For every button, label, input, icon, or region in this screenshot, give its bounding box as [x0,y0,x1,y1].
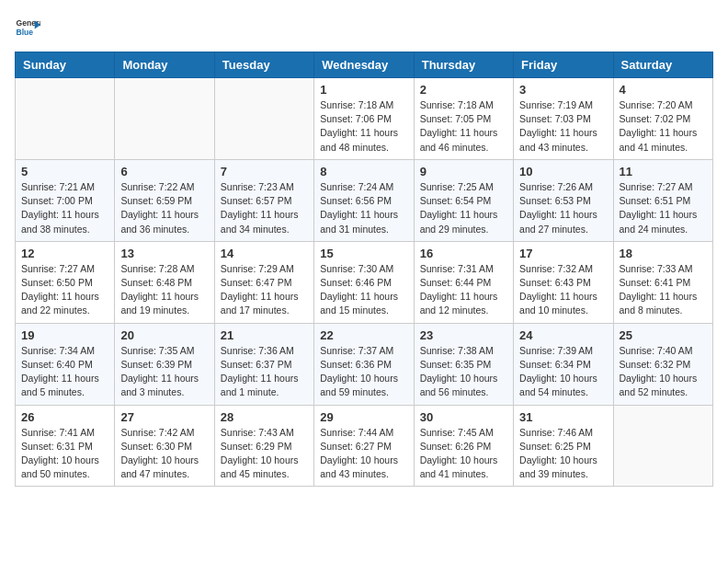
day-number: 30 [420,410,507,424]
calendar-cell: 1Sunrise: 7:18 AMSunset: 7:06 PMDaylight… [314,78,414,160]
calendar-cell: 9Sunrise: 7:25 AMSunset: 6:54 PMDaylight… [414,159,513,241]
day-number: 27 [120,410,208,424]
cell-text: Daylight: 11 hours [221,290,308,304]
weekday-header-monday: Monday [115,52,214,78]
cell-text: Sunrise: 7:42 AM [120,426,208,440]
calendar-cell: 22Sunrise: 7:37 AMSunset: 6:36 PMDayligh… [314,323,414,405]
cell-text: Sunrise: 7:32 AM [519,262,607,276]
cell-text: and 43 minutes. [519,141,607,155]
calendar-cell: 7Sunrise: 7:23 AMSunset: 6:57 PMDaylight… [214,159,313,241]
calendar-cell: 13Sunrise: 7:28 AMSunset: 6:48 PMDayligh… [115,241,214,323]
calendar-body: 1Sunrise: 7:18 AMSunset: 7:06 PMDaylight… [16,78,713,487]
page-header: General Blue [15,15,713,40]
calendar-cell [115,78,214,160]
cell-text: Sunrise: 7:35 AM [120,344,208,358]
calendar-cell: 18Sunrise: 7:33 AMSunset: 6:41 PMDayligh… [613,241,712,323]
calendar-cell: 24Sunrise: 7:39 AMSunset: 6:34 PMDayligh… [514,323,613,405]
cell-text: Sunrise: 7:37 AM [320,344,407,358]
cell-text: Daylight: 11 hours [320,126,407,140]
cell-text: Daylight: 11 hours [320,208,407,222]
day-number: 3 [519,83,607,97]
cell-text: Sunset: 6:46 PM [320,276,407,290]
cell-text: Daylight: 10 hours [519,454,607,467]
day-number: 23 [420,328,507,342]
cell-text: Sunset: 6:35 PM [420,358,507,372]
cell-text: Daylight: 11 hours [120,208,208,222]
cell-text: Sunset: 6:30 PM [120,440,208,454]
cell-text: Sunrise: 7:40 AM [620,344,707,358]
cell-text: Daylight: 11 hours [21,208,108,222]
cell-text: Daylight: 11 hours [120,372,208,385]
cell-text: Daylight: 11 hours [620,290,707,304]
svg-text:Blue: Blue [17,28,34,37]
cell-text: and 24 minutes. [620,223,707,236]
cell-text: Sunset: 6:54 PM [420,194,507,208]
cell-text: Sunrise: 7:46 AM [519,426,607,440]
cell-text: Daylight: 11 hours [320,290,407,304]
cell-text: Daylight: 11 hours [420,290,507,304]
cell-text: and 1 minute. [221,385,308,399]
cell-text: and 22 minutes. [21,304,108,317]
cell-text: and 3 minutes. [120,385,208,399]
calendar-cell: 16Sunrise: 7:31 AMSunset: 6:44 PMDayligh… [414,241,513,323]
cell-text: and 34 minutes. [221,223,308,236]
cell-text: Sunrise: 7:34 AM [21,344,108,358]
weekday-header-thursday: Thursday [414,52,513,78]
cell-text: and 59 minutes. [320,385,407,399]
cell-text: and 10 minutes. [519,304,607,317]
cell-text: Daylight: 10 hours [320,454,407,467]
cell-text: and 38 minutes. [21,223,108,236]
cell-text: Sunset: 6:31 PM [21,440,108,454]
cell-text: Sunset: 6:32 PM [620,358,707,372]
cell-text: Sunset: 6:57 PM [221,194,308,208]
day-number: 13 [120,247,208,260]
cell-text: and 41 minutes. [420,467,507,481]
cell-text: and 52 minutes. [620,385,707,399]
calendar-cell: 5Sunrise: 7:21 AMSunset: 7:00 PMDaylight… [16,159,115,241]
cell-text: Sunrise: 7:45 AM [420,426,507,440]
calendar-cell: 21Sunrise: 7:36 AMSunset: 6:37 PMDayligh… [214,323,313,405]
cell-text: Sunrise: 7:25 AM [420,180,507,194]
calendar-cell: 10Sunrise: 7:26 AMSunset: 6:53 PMDayligh… [514,159,613,241]
calendar-cell: 8Sunrise: 7:24 AMSunset: 6:56 PMDaylight… [314,159,414,241]
calendar-cell: 30Sunrise: 7:45 AMSunset: 6:26 PMDayligh… [414,405,513,487]
cell-text: Sunrise: 7:38 AM [420,344,507,358]
cell-text: Sunrise: 7:31 AM [420,262,507,276]
cell-text: Daylight: 11 hours [120,290,208,304]
cell-text: Sunset: 6:59 PM [120,194,208,208]
cell-text: Daylight: 11 hours [519,290,607,304]
cell-text: Sunrise: 7:39 AM [519,344,607,358]
cell-text: Sunset: 6:51 PM [620,194,707,208]
cell-text: Sunrise: 7:30 AM [320,262,407,276]
weekday-header-friday: Friday [514,52,613,78]
day-number: 17 [519,247,607,260]
calendar-cell: 19Sunrise: 7:34 AMSunset: 6:40 PMDayligh… [16,323,115,405]
cell-text: Daylight: 11 hours [21,290,108,304]
day-number: 5 [21,165,108,178]
calendar-cell [16,78,115,160]
cell-text: and 31 minutes. [320,223,407,236]
cell-text: Daylight: 11 hours [620,208,707,222]
cell-text: Sunset: 6:27 PM [320,440,407,454]
cell-text: Daylight: 11 hours [221,208,308,222]
cell-text: Sunset: 6:48 PM [120,276,208,290]
day-number: 22 [320,328,407,342]
day-number: 14 [221,247,308,260]
cell-text: Sunset: 6:29 PM [221,440,308,454]
cell-text: Daylight: 10 hours [620,372,707,385]
day-number: 21 [221,328,308,342]
day-number: 15 [320,247,407,260]
cell-text: Sunrise: 7:27 AM [21,262,108,276]
cell-text: Daylight: 10 hours [519,372,607,385]
day-number: 2 [420,83,507,97]
calendar-cell: 2Sunrise: 7:18 AMSunset: 7:05 PMDaylight… [414,78,513,160]
cell-text: Sunset: 6:41 PM [620,276,707,290]
cell-text: and 29 minutes. [420,223,507,236]
cell-text: and 39 minutes. [519,467,607,481]
calendar-week-row: 19Sunrise: 7:34 AMSunset: 6:40 PMDayligh… [16,323,713,405]
cell-text: Sunrise: 7:18 AM [420,98,507,112]
cell-text: and 19 minutes. [120,304,208,317]
cell-text: Sunrise: 7:19 AM [519,98,607,112]
cell-text: Sunset: 6:40 PM [21,358,108,372]
cell-text: Sunset: 7:02 PM [620,112,707,126]
